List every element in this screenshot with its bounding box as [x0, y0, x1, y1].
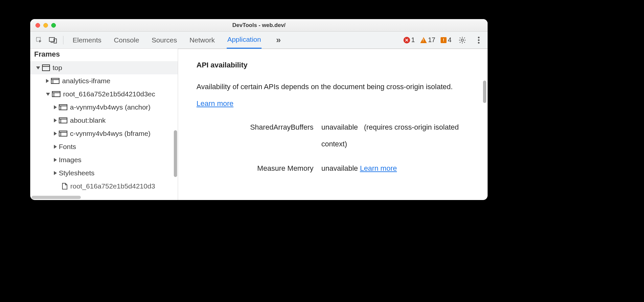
svg-rect-10	[51, 78, 59, 84]
sidebar-scrollbar-vertical[interactable]	[174, 130, 177, 177]
main-panel: API availability Availability of certain…	[178, 49, 488, 200]
window-title: DevTools - web.dev/	[30, 22, 488, 29]
tree-item-stylesheets[interactable]: Stylesheets	[30, 166, 178, 180]
tree-label: root_616a752e1b5d4210d3ec	[63, 90, 155, 98]
chevron-down-icon	[46, 93, 50, 96]
tree-label: root_616a752e1b5d4210d3	[70, 182, 155, 190]
tab-network[interactable]: Network	[189, 32, 216, 49]
svg-point-4	[461, 39, 464, 41]
chevron-right-icon	[54, 171, 57, 175]
tree-item-analytics[interactable]: analytics-iframe	[30, 74, 178, 88]
warning-number: 17	[428, 36, 435, 44]
section-heading: API availability	[196, 61, 471, 69]
sidebar-heading: Frames	[30, 49, 178, 61]
warning-icon	[420, 37, 427, 43]
chevron-right-icon	[54, 158, 57, 162]
tree-label: top	[53, 64, 62, 72]
chevron-right-icon	[54, 132, 57, 136]
learn-more-link[interactable]: Learn more	[360, 164, 397, 172]
tab-sources[interactable]: Sources	[151, 32, 178, 49]
chevron-right-icon	[54, 118, 57, 122]
kebab-menu-icon[interactable]	[473, 35, 484, 46]
frame-icon	[59, 117, 67, 123]
frame-icon	[59, 104, 67, 110]
frame-icon	[51, 78, 59, 84]
devtools-window: DevTools - web.dev/ Elements Console Sou…	[30, 19, 488, 200]
devtools-toolbar: Elements Console Sources Network Applica…	[30, 32, 488, 49]
svg-rect-22	[59, 131, 67, 136]
tree-label: analytics-iframe	[62, 77, 110, 85]
issues-count[interactable]: ! 4	[441, 36, 451, 44]
frame-icon	[52, 91, 60, 97]
tree-label: Images	[59, 156, 81, 164]
tree-item-bframe[interactable]: c-vynmy4vb4wys (bframe)	[30, 127, 178, 140]
tree-item-root[interactable]: root_616a752e1b5d4210d3ec	[30, 88, 178, 101]
more-tabs-icon[interactable]: »	[273, 35, 284, 46]
sidebar-scrollbar-horizontal[interactable]	[32, 196, 81, 199]
svg-rect-16	[59, 105, 67, 110]
tab-application[interactable]: Application	[227, 32, 262, 49]
gear-icon[interactable]	[457, 35, 468, 46]
tab-console[interactable]: Console	[113, 32, 140, 49]
tree-item-top[interactable]: top	[30, 61, 178, 74]
error-icon: ✕	[403, 37, 410, 43]
frames-sidebar: Frames top analytics-iframe	[30, 49, 178, 200]
frames-tree: top analytics-iframe root_616a752e1b5d42…	[30, 61, 178, 200]
svg-point-5	[478, 37, 480, 38]
titlebar: DevTools - web.dev/	[30, 19, 488, 32]
issues-number: 4	[448, 36, 451, 44]
tree-item-fonts[interactable]: Fonts	[30, 140, 178, 153]
tab-elements[interactable]: Elements	[72, 32, 102, 49]
toolbar-separator	[63, 36, 63, 44]
svg-rect-8	[42, 65, 50, 71]
tree-item-images[interactable]: Images	[30, 153, 178, 166]
svg-point-7	[478, 42, 480, 43]
tree-item-anchor[interactable]: a-vynmy4vb4wys (anchor)	[30, 101, 178, 114]
learn-more-link[interactable]: Learn more	[196, 99, 234, 108]
tree-label: c-vynmy4vb4wys (bframe)	[70, 130, 150, 138]
error-count[interactable]: ✕ 1	[403, 36, 415, 44]
chevron-down-icon	[36, 66, 40, 69]
svg-rect-19	[59, 118, 67, 123]
svg-point-6	[478, 39, 480, 41]
api-row-label: SharedArrayBuffers	[196, 119, 321, 136]
api-row-value: unavailable Learn more	[321, 160, 471, 177]
svg-rect-13	[52, 91, 60, 97]
tree-label: Stylesheets	[59, 169, 95, 177]
api-row-label: Measure Memory	[196, 160, 321, 177]
content-area: Frames top analytics-iframe	[30, 49, 488, 200]
api-row-value: unavailable (requires cross-origin isola…	[321, 119, 471, 152]
inspect-icon[interactable]	[34, 35, 45, 46]
warning-count[interactable]: 17	[420, 36, 435, 44]
chevron-right-icon	[46, 79, 49, 83]
tree-item-blank[interactable]: about:blank	[30, 114, 178, 127]
file-icon	[62, 183, 68, 189]
chevron-right-icon	[54, 105, 57, 109]
device-toggle-icon[interactable]	[47, 35, 58, 46]
main-scrollbar-vertical[interactable]	[483, 81, 486, 103]
window-icon	[42, 64, 50, 71]
tree-label: Fonts	[59, 143, 76, 151]
tree-label: a-vynmy4vb4wys (anchor)	[70, 103, 150, 111]
section-description: Availability of certain APIs depends on …	[196, 79, 471, 112]
tree-item-file[interactable]: root_616a752e1b5d4210d3	[30, 180, 178, 193]
chevron-right-icon	[54, 145, 57, 149]
issues-icon: !	[441, 37, 447, 43]
error-number: 1	[411, 36, 415, 44]
frame-icon	[59, 131, 67, 137]
panel-tabs: Elements Console Sources Network Applica…	[72, 32, 284, 49]
api-availability-table: SharedArrayBuffers unavailable (requires…	[196, 119, 471, 177]
tree-label: about:blank	[70, 116, 106, 124]
